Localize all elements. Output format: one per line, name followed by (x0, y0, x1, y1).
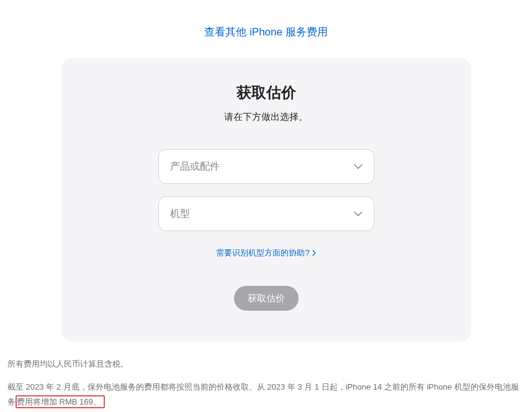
card-subtitle: 请在下方做出选择。 (92, 111, 440, 123)
highlighted-price-increase: 费用将增加 RMB 169。 (16, 395, 105, 408)
chevron-down-icon (354, 211, 363, 216)
get-estimate-button[interactable]: 获取估价 (234, 286, 299, 311)
submit-wrap: 获取估价 (92, 286, 440, 311)
footnote-price-change: 截至 2023 年 2 月底，保外电池服务的费用都将按照当前的价格收取。从 20… (7, 380, 525, 410)
model-select-wrap: 机型 (158, 196, 374, 231)
product-select-placeholder: 产品或配件 (170, 160, 220, 173)
chevron-down-icon (354, 164, 363, 169)
model-select[interactable]: 机型 (158, 196, 374, 231)
estimate-card: 获取估价 请在下方做出选择。 产品或配件 机型 需要识别机型方面的协助? 获取估… (61, 58, 471, 342)
other-service-fees-link[interactable]: 查看其他 iPhone 服务费用 (204, 26, 327, 38)
identify-model-help-link[interactable]: 需要识别机型方面的协助? (216, 247, 315, 259)
help-link-label: 需要识别机型方面的协助? (216, 247, 309, 259)
product-select-wrap: 产品或配件 (158, 149, 374, 184)
model-select-placeholder: 机型 (170, 208, 190, 221)
product-select[interactable]: 产品或配件 (158, 149, 374, 184)
card-title: 获取估价 (92, 83, 440, 103)
footnote-currency: 所有费用均以人民币计算且含税。 (7, 357, 525, 372)
chevron-right-icon (312, 250, 316, 256)
top-link-wrap: 查看其他 iPhone 服务费用 (0, 0, 532, 58)
footnotes: 所有费用均以人民币计算且含税。 截至 2023 年 2 月底，保外电池服务的费用… (0, 342, 532, 412)
